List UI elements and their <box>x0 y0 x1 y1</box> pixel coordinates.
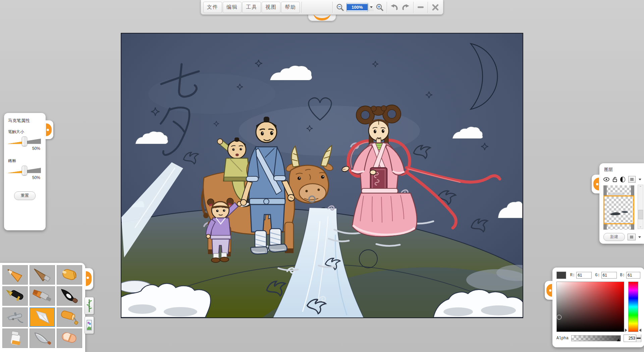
green-input[interactable] <box>601 272 617 279</box>
layer-menu-caret-icon[interactable] <box>639 179 641 180</box>
brush-size-label: 笔触大小 <box>8 129 42 135</box>
zoom-level-value[interactable]: 100% <box>347 4 368 10</box>
reset-button[interactable]: 重置 <box>14 191 36 200</box>
scroll-up-icon[interactable]: ⌃ <box>638 185 643 190</box>
menu-view[interactable]: 视图 <box>262 2 280 13</box>
hue-marker-left-icon[interactable] <box>625 329 627 332</box>
hue-slider[interactable] <box>628 282 638 332</box>
slider-handle[interactable] <box>22 166 27 175</box>
redo-icon <box>401 3 410 11</box>
menu-help[interactable]: 帮助 <box>281 2 300 13</box>
saturation-value-picker[interactable] <box>556 282 624 332</box>
tool-grid <box>2 265 83 348</box>
bamboo-stamp-button[interactable] <box>85 297 94 314</box>
handle-dot <box>596 183 598 185</box>
minimize-button[interactable] <box>415 2 427 13</box>
layer-row-top[interactable] <box>603 185 634 195</box>
menu-edit[interactable]: 编辑 <box>223 2 241 13</box>
tool-paint-roller[interactable] <box>57 307 82 327</box>
color-picker-panel: R: G: B: Alpha <box>552 268 644 347</box>
toolbar-separator <box>332 2 333 13</box>
close-button[interactable] <box>429 2 441 13</box>
alpha-slider[interactable] <box>571 335 621 341</box>
layer-row-selected[interactable] <box>603 195 634 224</box>
scroll-down-icon[interactable]: ⌄ <box>638 224 643 229</box>
sv-cursor[interactable] <box>557 315 561 319</box>
scroll-thumb[interactable] <box>638 210 643 219</box>
paint-tube-icon <box>4 330 26 346</box>
zoom-level-combobox[interactable]: 100% <box>346 3 368 12</box>
layer-unlock-icon[interactable] <box>612 176 617 182</box>
layer-edge <box>631 185 634 195</box>
handle-dot <box>87 277 89 279</box>
list-icon <box>630 235 634 239</box>
main-toolbar: 文件 编辑 工具 视图 帮助 100% <box>201 0 443 15</box>
tool-airbrush[interactable] <box>2 307 28 327</box>
layers-panel-collapse-handle[interactable] <box>592 175 600 193</box>
redo-button[interactable] <box>400 2 412 13</box>
tool-marker[interactable] <box>30 307 55 327</box>
blue-input[interactable] <box>626 272 640 279</box>
zoom-out-icon <box>336 3 344 12</box>
zoom-level-dropdown-button[interactable] <box>369 4 374 11</box>
layer-blend-icon[interactable] <box>620 177 625 182</box>
layer-edge <box>603 185 607 195</box>
undo-button[interactable] <box>388 2 400 13</box>
alpha-gradient <box>572 336 621 341</box>
tool-crayon[interactable] <box>57 265 82 285</box>
layer-row-bottom[interactable] <box>603 224 634 230</box>
layers-panel-title: 图层 <box>604 167 641 173</box>
layer-visibility-eye-icon[interactable] <box>603 177 609 182</box>
layer-edge <box>631 224 634 230</box>
layers-options-caret-icon[interactable] <box>638 236 641 238</box>
ink-brush-icon <box>59 288 80 304</box>
tool-pencil[interactable] <box>2 265 28 285</box>
zoom-in-button[interactable] <box>374 2 385 13</box>
palette-knife-icon <box>32 330 53 346</box>
toolbar-separator <box>302 2 302 13</box>
picture-stamp-button[interactable] <box>85 316 94 334</box>
alpha-handle[interactable] <box>617 339 620 341</box>
color-panel-collapse-handle[interactable] <box>545 281 553 300</box>
tool-paint-tube[interactable] <box>2 329 28 348</box>
menu-file[interactable]: 文件 <box>203 2 222 13</box>
marker-panel-collapse-handle[interactable] <box>45 120 53 139</box>
tool-palette-collapse-handle[interactable] <box>85 268 93 290</box>
tool-palette-knife[interactable] <box>30 329 55 348</box>
alpha-input[interactable] <box>624 335 636 342</box>
menu-tools[interactable]: 工具 <box>242 2 261 13</box>
layers-panel: 图层 <box>599 163 644 244</box>
list-icon <box>630 178 634 181</box>
alpha-step-down-button[interactable] <box>636 338 641 342</box>
layers-options-button[interactable] <box>628 234 636 240</box>
tool-flat-brush[interactable] <box>30 286 55 306</box>
alpha-label: Alpha <box>556 336 569 341</box>
dilution-slider[interactable] <box>7 167 41 174</box>
marker-icon <box>32 309 53 325</box>
layer-thumbnail <box>603 185 634 195</box>
tool-fountain-pen[interactable] <box>2 286 28 306</box>
red-label: R: <box>570 273 575 278</box>
new-layer-button[interactable]: 新建 <box>603 233 625 241</box>
slider-handle[interactable] <box>22 136 27 146</box>
brush-size-slider[interactable] <box>7 137 41 145</box>
tool-eraser[interactable] <box>57 329 82 348</box>
zoom-out-button[interactable] <box>334 2 346 13</box>
layer-menu-button[interactable] <box>628 176 636 183</box>
bamboo-stamp-icon <box>86 299 92 313</box>
toolbar-separator <box>387 2 387 13</box>
tool-ink-brush[interactable] <box>57 286 82 306</box>
marker-panel-title: 马克笔属性 <box>8 118 42 124</box>
dilution-label: 稀释 <box>8 158 42 164</box>
dilution-value: 50% <box>7 175 40 180</box>
handle-dot <box>47 129 49 131</box>
hue-marker-right-icon[interactable] <box>639 329 641 332</box>
layer-list-scrollbar[interactable]: ⌃ ⌄ <box>638 185 643 229</box>
drawing-canvas[interactable] <box>121 33 523 318</box>
layer-thumbnail <box>604 196 633 223</box>
red-input[interactable] <box>576 272 592 279</box>
undo-icon <box>390 3 398 11</box>
blue-label: B: <box>620 273 625 278</box>
marker-properties-panel: 马克笔属性 笔触大小 50% 稀释 50% 重置 <box>4 113 46 230</box>
tool-brush-pen[interactable] <box>30 265 55 285</box>
